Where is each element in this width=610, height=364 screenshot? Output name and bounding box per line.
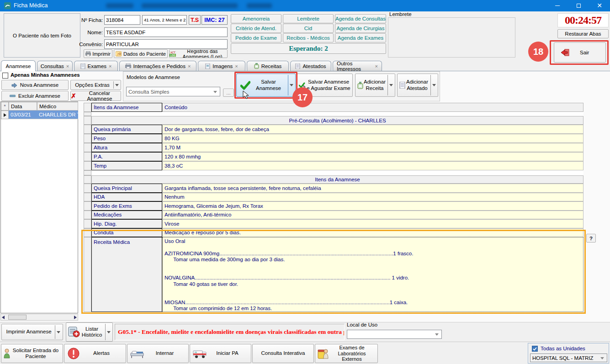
tab-consultas[interactable]: Consultas× — [37, 61, 73, 71]
session-timer: 00:24:57 — [557, 13, 609, 27]
minimize-button[interactable]: ─ — [547, 0, 568, 11]
dropdown-arrow-icon[interactable] — [115, 84, 119, 86]
tab-outros-impressos[interactable]: Outros Impressos× — [333, 61, 382, 71]
local-de-uso-combobox[interactable] — [347, 330, 442, 339]
tipo-sanguineo-badge[interactable]: T.S — [189, 15, 201, 25]
iniciar-pa-button[interactable]: Iniciar PA — [190, 344, 251, 363]
row-label[interactable]: Queixa primária — [91, 125, 162, 134]
tab-close-icon[interactable]: × — [188, 63, 191, 69]
row-value[interactable]: Medicação e repouso por 5 dias. — [162, 228, 583, 237]
annotation-circle-18: 18 — [528, 42, 548, 62]
registros-anamneses-log-button[interactable]: ACTLOG Registros das Anamneses (Log) — [169, 49, 228, 58]
restaurar-abas-button[interactable]: Restaurar Abas — [557, 29, 609, 38]
row-value[interactable]: Garganta inflamada, tosse seca persisten… — [162, 184, 583, 193]
cancelar-anamnese-button[interactable]: ✗ Cancelar Anamnese — [70, 91, 121, 101]
dropdown-arrow-icon[interactable] — [389, 84, 393, 86]
dropdown-arrow-icon[interactable] — [290, 84, 293, 86]
tab-receitas[interactable]: Receitas — [247, 61, 289, 71]
history-row-medico[interactable]: CHARLLES DR TE — [37, 111, 78, 119]
quick-button-agenda-consultas[interactable]: Agenda de Consultas — [335, 14, 386, 23]
row-value[interactable]: Virose — [162, 219, 583, 228]
adicionar-atestado-button[interactable]: Adicionar Atestado — [397, 74, 438, 97]
opcoes-extras-button[interactable]: Opções Extras — [70, 80, 121, 90]
tab-internacoes-pedidos[interactable]: Internações e Pedidos× — [119, 61, 196, 71]
receita-medica-content[interactable]: Uso Oral AZITROMICINA 900mg.............… — [162, 237, 583, 312]
row-value[interactable]: 120 x 80 mmhg — [162, 152, 583, 161]
row-label[interactable]: Medicações — [91, 211, 162, 220]
tab-close-icon[interactable]: × — [235, 63, 238, 69]
row-label[interactable]: Queixa Principal — [91, 184, 162, 193]
column-header-conteudo[interactable]: Conteúdo — [162, 103, 583, 112]
adicionar-receita-button[interactable]: Adicionar Receita — [355, 74, 395, 97]
history-grid-hscrollbar[interactable] — [0, 314, 78, 321]
dropdown-arrow-icon[interactable] — [107, 331, 111, 333]
close-button[interactable]: ✕ — [589, 0, 610, 11]
quick-button-amenorreia[interactable]: Amenorreia — [231, 14, 281, 23]
help-button[interactable]: ? — [586, 234, 596, 243]
scrollbar-thumb[interactable] — [8, 315, 27, 320]
exames-laboratorios-externos-button[interactable]: Exames de Laboratórios Externos — [315, 344, 378, 363]
nova-anamnese-button[interactable]: Nova Anamnese — [1, 80, 69, 90]
row-value[interactable]: Hemograma, Glicemia de Jejum, Rx Torax — [162, 201, 583, 211]
grid-gutter — [84, 193, 91, 202]
tab-close-icon[interactable]: × — [66, 63, 69, 69]
modelos-combobox[interactable]: Consulta Simples — [126, 87, 220, 96]
modelos-more-button[interactable]: ... — [223, 89, 234, 97]
quick-button-criterio-atend[interactable]: Critério de Atend. — [231, 24, 281, 33]
solicitar-entrada-button[interactable]: Solicitar Entrada do Paciente — [1, 344, 63, 363]
row-value[interactable]: Antiinflamatório, Anti-térmico — [162, 211, 583, 220]
row-value[interactable]: Dor de garganta, tosse, febre, dor de ca… — [162, 125, 583, 134]
quick-button-cid[interactable]: Cid — [283, 24, 334, 33]
excluir-anamnese-button[interactable]: Excluir Anamnese — [1, 91, 69, 101]
column-header-data[interactable]: Data — [9, 102, 37, 111]
alertas-button[interactable]: Alertas — [64, 344, 126, 363]
column-header-medico[interactable]: Médico — [37, 102, 78, 111]
row-label[interactable]: Peso — [91, 134, 162, 143]
row-label[interactable]: Altura — [91, 143, 162, 152]
dropdown-arrow-icon[interactable] — [432, 84, 436, 86]
dados-do-paciente-button[interactable]: 2 Dados do Paciente — [114, 49, 168, 58]
quick-button-agenda-exames[interactable]: Agenda de Exames — [335, 33, 386, 42]
consulta-interativa-button[interactable]: Consulta Interativa — [252, 344, 314, 363]
ficha-input[interactable]: 318084 — [104, 15, 140, 25]
sair-button[interactable]: Sair — [554, 42, 606, 63]
todas-unidades-checkbox[interactable] — [532, 346, 538, 352]
tab-anamnese[interactable]: Anamnese — [1, 60, 36, 71]
maximize-button[interactable] — [568, 0, 589, 11]
row-label[interactable]: Conduta — [91, 228, 162, 237]
row-value[interactable]: 1,70 M — [162, 143, 583, 152]
dropdown-arrow-icon[interactable] — [57, 331, 60, 333]
scroll-right-icon[interactable] — [74, 316, 77, 319]
row-value[interactable]: Nenhum — [162, 193, 583, 202]
imprimir-anamnese-button[interactable]: Imprimir Anamnese — [1, 324, 63, 340]
apenas-minhas-checkbox[interactable] — [2, 73, 8, 79]
row-label[interactable]: Hip. Diag. — [91, 219, 162, 228]
receita-medica-label[interactable]: Receita Médica — [91, 237, 162, 312]
nome-input[interactable]: TESTE ASDADF — [104, 27, 228, 37]
quick-button-recibos-medicos[interactable]: Recibos - Médicos — [283, 33, 334, 42]
quick-button-lembrete[interactable]: Lembrete — [283, 14, 334, 23]
quick-button-pedido-exame[interactable]: Pedido de Exame — [231, 33, 281, 42]
row-value[interactable]: 38,3 oC — [162, 161, 583, 170]
scroll-left-icon[interactable] — [2, 316, 5, 319]
grid-gutter — [84, 112, 91, 116]
history-row-date[interactable]: 03/03/21 — [9, 111, 37, 119]
row-label[interactable]: P.A. — [91, 152, 162, 161]
row-label[interactable]: Pedido de Exms — [91, 201, 162, 211]
row-value[interactable]: 80 KG — [162, 134, 583, 143]
unidade-combobox[interactable]: HOSPITAL SQL - MATRIZ — [530, 353, 607, 362]
column-header-itens[interactable]: Ítens da Anamnese — [91, 103, 162, 112]
convenio-input[interactable]: PARTICULAR — [104, 39, 228, 49]
listar-historico-button[interactable]: Listar Histórico — [66, 322, 113, 342]
tab-atestados[interactable]: Atestados — [290, 61, 331, 71]
quick-button-agenda-cirurgias[interactable]: Agenda de Cirurgias — [335, 24, 386, 33]
internar-button[interactable]: Internar — [127, 344, 189, 363]
tab-close-icon[interactable]: × — [109, 63, 111, 69]
row-label[interactable]: HDA — [91, 193, 162, 202]
new-record-icon — [11, 83, 17, 88]
tab-imagens[interactable]: Imagens× — [198, 61, 245, 71]
tab-close-icon[interactable]: × — [375, 63, 378, 69]
row-label[interactable]: Temp — [91, 161, 162, 170]
tab-exames[interactable]: Exames× — [74, 61, 118, 71]
imprimir-button[interactable]: Imprimir — [84, 49, 112, 58]
